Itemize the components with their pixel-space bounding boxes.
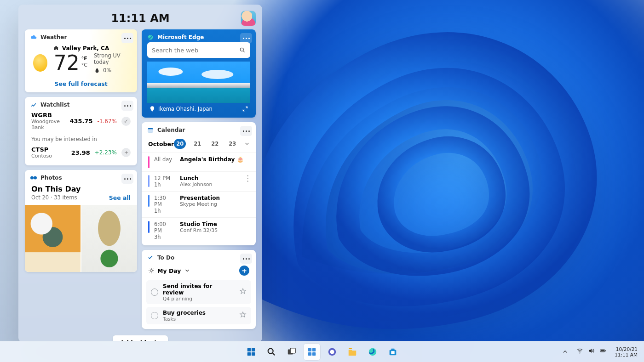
todo-add-button[interactable]: ＋ bbox=[239, 266, 249, 276]
unit-celsius[interactable]: °C bbox=[81, 62, 87, 68]
star-icon[interactable] bbox=[239, 288, 247, 297]
svg-rect-9 bbox=[247, 352, 251, 355]
todo-widget[interactable]: To Do My Day ＋ Send invites for reviewQ4… bbox=[142, 250, 256, 329]
sun-icon bbox=[33, 54, 47, 72]
svg-point-24 bbox=[580, 353, 581, 354]
svg-point-2 bbox=[158, 68, 183, 76]
search-icon[interactable] bbox=[239, 47, 246, 53]
todo-title: To Do bbox=[157, 255, 174, 261]
battery-icon bbox=[599, 347, 606, 356]
taskbar-chat-button[interactable] bbox=[324, 344, 340, 360]
watchlist-row[interactable]: CTSP Contoso 23.98 +2.23% ＋ bbox=[25, 144, 137, 160]
taskbar-taskview-button[interactable] bbox=[283, 344, 300, 360]
edge-search-input[interactable] bbox=[152, 47, 239, 54]
chevron-down-icon[interactable] bbox=[184, 267, 190, 274]
watchlist-checked-button[interactable] bbox=[121, 117, 131, 126]
user-avatar[interactable] bbox=[241, 11, 256, 26]
taskbar-explorer-button[interactable] bbox=[344, 344, 361, 360]
unit-fahrenheit[interactable]: °F bbox=[81, 56, 87, 62]
svg-point-11 bbox=[268, 348, 273, 353]
todo-item[interactable]: Buy groceriesTasks bbox=[146, 307, 251, 324]
calendar-day-strip: 20 21 22 23 bbox=[174, 139, 250, 149]
svg-rect-8 bbox=[252, 348, 255, 351]
calendar-widget[interactable]: Calendar October 20 21 22 23 All dayAnge… bbox=[142, 122, 256, 245]
calendar-month[interactable]: October bbox=[148, 141, 174, 147]
event-color-bar bbox=[148, 156, 150, 168]
weather-widget[interactable]: Weather Valley Park, CA 72 °F °C bbox=[25, 29, 137, 92]
todo-more-button[interactable] bbox=[240, 254, 252, 264]
widgets-panel: 11:11 AM Weather Valley Park, CA bbox=[18, 5, 262, 342]
weather-more-button[interactable] bbox=[121, 33, 133, 43]
todo-item[interactable]: Send invites for reviewQ4 planning bbox=[146, 280, 251, 304]
calendar-day[interactable]: 23 bbox=[226, 139, 238, 149]
watchlist-add-button[interactable]: ＋ bbox=[121, 148, 131, 157]
wallpaper-bloom bbox=[239, 18, 616, 331]
svg-rect-5 bbox=[148, 129, 153, 132]
home-location-icon bbox=[53, 45, 59, 51]
todo-complete-toggle[interactable] bbox=[151, 288, 158, 296]
photo-thumbnail[interactable] bbox=[25, 205, 80, 272]
weather-humidity: 0% bbox=[103, 67, 111, 74]
microsoft-edge-widget[interactable]: Microsoft Edge bbox=[142, 29, 256, 118]
location-pin-icon bbox=[149, 106, 155, 112]
watchlist-widget[interactable]: Watchlist WGRB Woodgrove Bank 435.75 -1.… bbox=[25, 97, 137, 165]
volume-icon bbox=[588, 347, 595, 356]
watchlist-title: Watchlist bbox=[40, 102, 69, 108]
todo-complete-toggle[interactable] bbox=[151, 312, 158, 319]
svg-point-0 bbox=[148, 35, 153, 40]
photos-title: Photos bbox=[40, 175, 62, 181]
photos-widget[interactable]: Photos On This Day Oct 20 · 33 items See… bbox=[25, 170, 137, 272]
calendar-day[interactable]: 22 bbox=[209, 139, 221, 149]
weather-icon bbox=[30, 34, 37, 40]
see-full-forecast-link[interactable]: See full forecast bbox=[54, 80, 108, 87]
svg-rect-23 bbox=[391, 351, 394, 354]
edge-hero-image[interactable] bbox=[147, 62, 250, 103]
calendar-day[interactable]: 21 bbox=[191, 139, 203, 149]
svg-point-19 bbox=[330, 350, 334, 354]
todo-list-name[interactable]: My Day bbox=[157, 267, 181, 274]
watchlist-more-button[interactable] bbox=[121, 101, 133, 111]
expand-icon[interactable] bbox=[242, 106, 248, 112]
photos-see-all-link[interactable]: See all bbox=[109, 194, 131, 201]
calendar-icon bbox=[147, 127, 154, 133]
edge-search-box[interactable] bbox=[147, 42, 250, 58]
tray-overflow-button[interactable] bbox=[559, 344, 571, 360]
svg-rect-26 bbox=[605, 350, 606, 351]
photos-heading: On This Day bbox=[25, 183, 137, 193]
edge-icon bbox=[147, 34, 154, 40]
drag-handle-icon[interactable] bbox=[246, 175, 249, 182]
photos-subtitle: Oct 20 · 33 items bbox=[31, 194, 77, 201]
calendar-more-button[interactable] bbox=[240, 126, 252, 136]
star-icon[interactable] bbox=[239, 311, 247, 320]
weather-location: Valley Park, CA bbox=[62, 45, 109, 51]
sun-outline-icon bbox=[148, 267, 155, 274]
photos-more-button[interactable] bbox=[121, 174, 133, 184]
edge-image-caption: Ikema Ohashi, Japan bbox=[158, 106, 213, 112]
tray-quick-settings[interactable] bbox=[573, 347, 610, 356]
calendar-event[interactable]: 1:30 PM1hPresentationSkype Meeting bbox=[142, 191, 256, 217]
watchlist-suggestion-label: You may be interested in bbox=[25, 131, 137, 144]
calendar-event[interactable]: All dayAngela's Birthday 🎂 bbox=[142, 153, 256, 171]
photo-thumbnail[interactable] bbox=[81, 205, 137, 272]
edge-more-button[interactable] bbox=[240, 33, 252, 43]
weather-temperature: 72 bbox=[54, 53, 80, 73]
calendar-event[interactable]: 6:00 PM3hStudio TimeConf Rm 32/35 bbox=[142, 217, 256, 243]
watchlist-row[interactable]: WGRB Woodgrove Bank 435.75 -1.67% bbox=[25, 110, 137, 131]
todo-icon bbox=[147, 255, 154, 261]
svg-rect-10 bbox=[252, 352, 255, 355]
taskbar-store-button[interactable] bbox=[385, 344, 401, 360]
chevron-down-icon[interactable] bbox=[244, 141, 250, 147]
calendar-day[interactable]: 20 bbox=[174, 139, 186, 149]
taskbar-widgets-button[interactable] bbox=[304, 344, 320, 360]
taskbar-edge-button[interactable] bbox=[364, 344, 381, 360]
taskbar-search-button[interactable] bbox=[263, 344, 280, 360]
svg-rect-13 bbox=[290, 348, 295, 353]
edge-title: Microsoft Edge bbox=[157, 34, 204, 40]
event-color-bar bbox=[148, 221, 150, 233]
event-color-bar bbox=[148, 175, 150, 187]
svg-point-6 bbox=[150, 270, 153, 272]
taskbar-start-button[interactable] bbox=[243, 344, 259, 360]
calendar-event[interactable]: 12 PM1hLunchAlex Johnson bbox=[142, 171, 256, 191]
photos-icon bbox=[30, 175, 37, 181]
taskbar-clock[interactable]: 10/20/21 11:11 AM bbox=[612, 346, 640, 357]
